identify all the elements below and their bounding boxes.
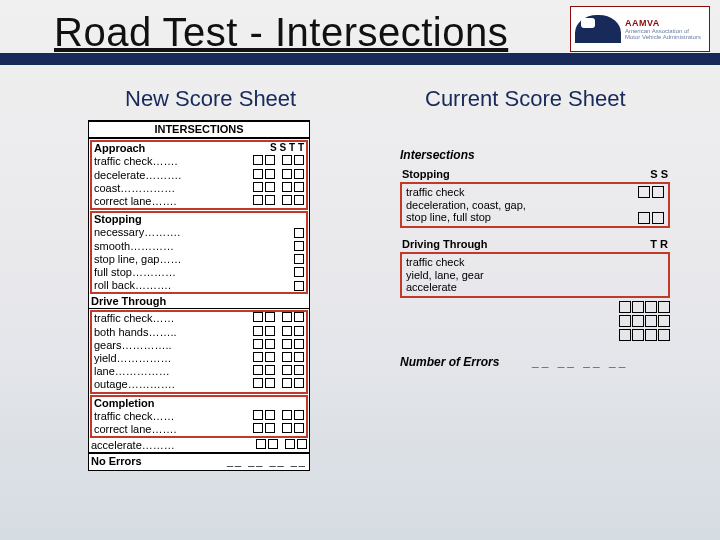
accelerate-row: accelerate………: [89, 439, 309, 452]
row: lane……………: [94, 365, 253, 378]
row: coast……………: [94, 182, 253, 195]
row: correct lane…….: [94, 423, 253, 436]
approach-cols: S S T T: [270, 142, 304, 155]
driving-boxes: [400, 301, 670, 341]
approach-section: Approach S S T T traffic check……. decele…: [90, 140, 308, 210]
row: gears…………..: [94, 339, 253, 352]
car-icon: [575, 15, 621, 43]
completion-section: Completion traffic check…… correct lane……: [90, 395, 308, 439]
row: traffic check…….: [94, 155, 253, 168]
aamva-logo: AAMVA American Association of Motor Vehi…: [570, 6, 710, 52]
no-errors-row: No Errors __ __ __ __: [89, 452, 309, 469]
stopping-title-r: Stopping: [402, 168, 450, 180]
stopping-lines: traffic check deceleration, coast, gap, …: [406, 186, 526, 224]
right-heading: Current Score Sheet: [425, 86, 626, 112]
drive-through-section: traffic check…… both hands…….. gears……………: [90, 310, 308, 393]
drive-through-title: Drive Through: [89, 295, 309, 309]
driving-title-r: Driving Through: [402, 238, 488, 250]
stopping-title: Stopping: [94, 213, 142, 226]
row: outage………….: [94, 378, 253, 391]
row: traffic check……: [94, 410, 253, 423]
left-header: INTERSECTIONS: [89, 122, 309, 139]
driving-block-r: traffic check yield, lane, gear accelera…: [400, 252, 670, 298]
row: correct lane…….: [94, 195, 253, 208]
row: roll back……….: [94, 279, 294, 292]
page-title: Road Test - Intersections: [54, 10, 508, 55]
stopping-block-r: traffic check deceleration, coast, gap, …: [400, 182, 670, 228]
number-of-errors: Number of Errors __ __ __ __: [400, 355, 670, 369]
left-heading: New Score Sheet: [125, 86, 296, 112]
row: both hands……..: [94, 326, 253, 339]
driving-cols-r: T R: [650, 238, 668, 250]
row: stop line, gap……: [94, 253, 294, 266]
approach-title: Approach: [94, 142, 145, 155]
row: smooth…………: [94, 240, 294, 253]
row: traffic check……: [94, 312, 253, 325]
completion-title: Completion: [94, 397, 155, 410]
stopping-cols-r: S S: [650, 168, 668, 180]
new-score-sheet: INTERSECTIONS Approach S S T T traffic c…: [88, 120, 310, 471]
logo-abbr: AAMVA: [625, 18, 705, 28]
current-score-sheet: Intersections Stopping S S traffic check…: [400, 148, 670, 369]
row: decelerate……….: [94, 169, 253, 182]
stopping-section: Stopping necessary………. smooth………… stop l…: [90, 211, 308, 294]
right-header: Intersections: [400, 148, 670, 162]
row: full stop…………: [94, 266, 294, 279]
row: yield……………: [94, 352, 253, 365]
logo-sub2: Motor Vehicle Administrators: [625, 34, 705, 40]
row: necessary……….: [94, 226, 294, 239]
driving-lines: traffic check yield, lane, gear accelera…: [406, 256, 484, 294]
